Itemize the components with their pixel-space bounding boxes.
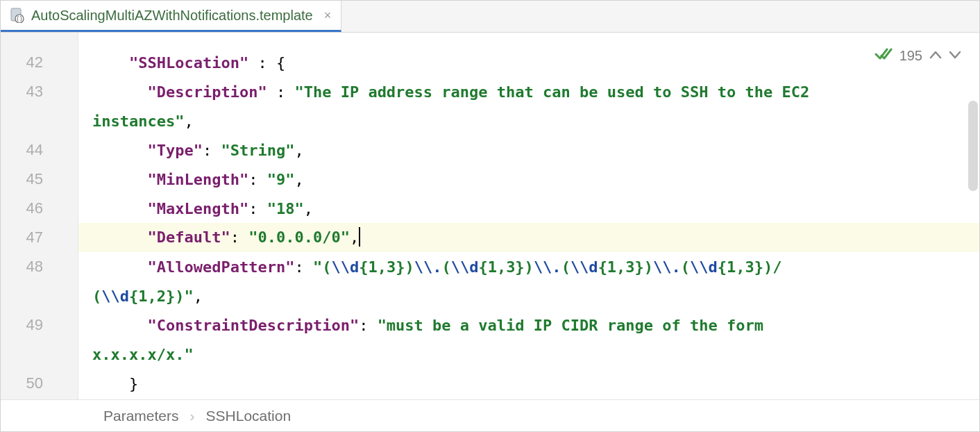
line-number: 48 xyxy=(1,252,78,281)
code-line[interactable]: "ConstraintDescription": "must be a vali… xyxy=(78,310,979,340)
token-str: ( xyxy=(441,258,450,276)
close-tab-icon[interactable]: × xyxy=(324,8,332,23)
file-tab-label: AutoScalingMultiAZWithNotifications.temp… xyxy=(31,8,313,24)
line-number: 44 xyxy=(1,135,78,165)
token-str: {1,2})" xyxy=(129,288,194,305)
token-key: "AllowedPattern" xyxy=(147,258,294,276)
cloudformation-file-icon: {} xyxy=(10,8,24,23)
svg-text:{}: {} xyxy=(16,16,23,22)
inspection-ok-icon[interactable] xyxy=(875,47,893,65)
code-line[interactable]: "SSHLocation" : { xyxy=(78,48,979,77)
inspection-prev-icon[interactable] xyxy=(929,48,942,64)
code-line[interactable]: x.x.x.x/x." xyxy=(78,340,979,369)
token-key: "MaxLength" xyxy=(147,200,248,217)
inspection-next-icon[interactable] xyxy=(949,48,961,64)
token-punct: , xyxy=(294,142,303,159)
gutter: 424344454647484950 xyxy=(1,33,78,399)
editor-main: 424344454647484950 "SSHLocation" : { "De… xyxy=(1,33,979,399)
file-tab[interactable]: {} AutoScalingMultiAZWithNotifications.t… xyxy=(1,1,341,32)
line-number: 45 xyxy=(1,165,78,194)
editor-root: {} AutoScalingMultiAZWithNotifications.t… xyxy=(0,0,980,432)
token-esc: \\. xyxy=(534,258,561,276)
token-str: "18" xyxy=(267,200,304,217)
token-punct: : xyxy=(203,142,221,159)
token-key: "SSHLocation" xyxy=(129,54,248,72)
token-str: ( xyxy=(681,258,690,276)
token-esc: \\. xyxy=(653,258,681,276)
code-line[interactable]: "Type": "String", xyxy=(78,135,979,165)
code-line[interactable]: "MaxLength": "18", xyxy=(78,194,979,223)
token-esc: \\. xyxy=(414,258,442,276)
line-number: 49 xyxy=(1,310,78,340)
token-str: x.x.x.x/x." xyxy=(92,346,194,363)
line-number xyxy=(1,281,78,310)
token-str: {1,3})/ xyxy=(718,258,782,276)
token-str: instances" xyxy=(92,113,184,130)
token-punct: : xyxy=(294,258,313,276)
text-caret xyxy=(359,227,360,247)
line-number: 46 xyxy=(1,194,78,223)
token-punct: } xyxy=(129,375,138,392)
token-punct: , xyxy=(350,228,359,245)
vertical-scrollbar-thumb[interactable] xyxy=(968,101,978,191)
line-number: 43 xyxy=(1,77,78,106)
token-key: "Type" xyxy=(147,142,202,159)
breadcrumb-bar: Parameters › SSHLocation xyxy=(1,399,979,431)
code-line[interactable]: instances", xyxy=(78,106,979,135)
token-punct: : xyxy=(248,171,267,188)
line-number: 42 xyxy=(1,48,78,77)
token-str: "0.0.0.0/0" xyxy=(248,228,350,245)
token-esc: \\d xyxy=(101,288,129,305)
token-str: "9" xyxy=(267,171,295,188)
code-line[interactable]: "AllowedPattern": "(\\d{1,3})\\.(\\d{1,3… xyxy=(78,252,979,281)
code-line[interactable]: (\\d{1,2})", xyxy=(78,281,979,310)
token-str: "The IP address range that can be used t… xyxy=(294,83,818,101)
token-str: ( xyxy=(561,258,571,276)
token-punct: : { xyxy=(248,54,285,72)
line-number: 47 xyxy=(1,223,78,252)
token-punct: , xyxy=(294,171,303,188)
token-str: {1,3}) xyxy=(359,258,414,276)
code-line[interactable]: "Default": "0.0.0.0/0", xyxy=(78,223,979,252)
token-key: "MinLength" xyxy=(147,171,248,188)
token-esc: \\d xyxy=(451,258,479,276)
code-line[interactable]: "Description" : "The IP address range th… xyxy=(78,77,979,106)
line-number xyxy=(1,340,78,369)
token-key: "Description" xyxy=(147,83,267,101)
code-area[interactable]: "SSHLocation" : { "Description" : "The I… xyxy=(78,33,979,399)
token-esc: \\d xyxy=(571,258,598,276)
line-number: 50 xyxy=(1,369,78,398)
token-punct: , xyxy=(304,200,313,217)
breadcrumb-item[interactable]: SSHLocation xyxy=(206,408,292,424)
token-key: "Default" xyxy=(147,228,230,245)
token-str: "String" xyxy=(221,142,294,159)
code-line[interactable]: } xyxy=(78,369,979,398)
token-str: {1,3}) xyxy=(478,258,533,276)
token-str: "( xyxy=(313,258,332,276)
token-esc: \\d xyxy=(331,258,359,276)
token-esc: \\d xyxy=(690,258,718,276)
inspection-count: 195 xyxy=(899,48,922,64)
token-key: "ConstraintDescription" xyxy=(147,317,359,334)
breadcrumb-item[interactable]: Parameters xyxy=(103,408,179,424)
line-number xyxy=(1,106,78,135)
token-str: "must be a valid IP CIDR range of the fo… xyxy=(378,317,773,334)
token-punct: : xyxy=(267,83,295,101)
inspection-widget: 195 xyxy=(875,47,961,65)
token-punct: , xyxy=(184,113,193,130)
token-punct: : xyxy=(359,317,378,334)
token-str: {1,3}) xyxy=(598,258,653,276)
token-punct: : xyxy=(230,228,249,245)
token-punct: : xyxy=(248,200,267,217)
token-punct: , xyxy=(194,288,203,305)
tab-bar: {} AutoScalingMultiAZWithNotifications.t… xyxy=(1,1,979,33)
code-line[interactable]: "MinLength": "9", xyxy=(78,165,979,194)
breadcrumb-separator-icon: › xyxy=(190,408,195,424)
token-str: ( xyxy=(92,288,101,305)
